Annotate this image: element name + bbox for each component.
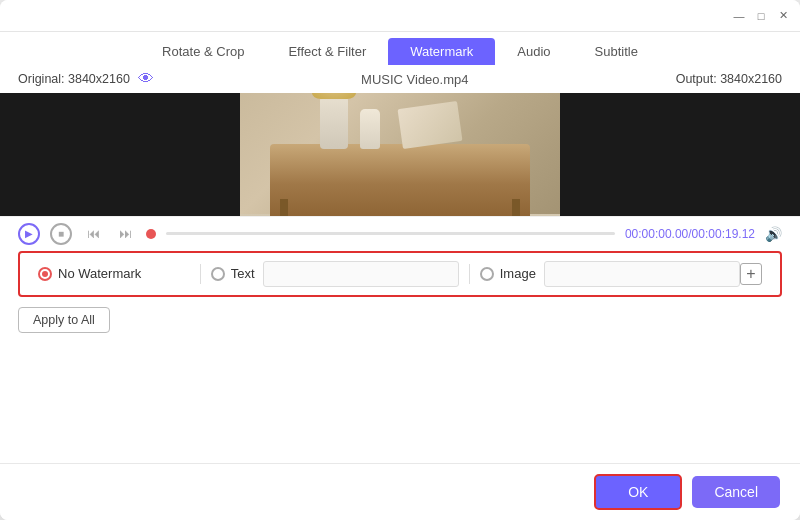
scene-vase-short bbox=[360, 109, 380, 149]
close-button[interactable]: ✕ bbox=[776, 9, 790, 23]
text-watermark-label: Text bbox=[231, 266, 255, 281]
image-watermark-option[interactable]: Image bbox=[480, 266, 536, 281]
text-watermark-option[interactable]: Text bbox=[211, 266, 255, 281]
tab-subtitle[interactable]: Subtitle bbox=[573, 38, 660, 65]
minimize-button[interactable]: — bbox=[732, 9, 746, 23]
preview-frame bbox=[240, 93, 560, 216]
maximize-button[interactable]: □ bbox=[754, 9, 768, 23]
divider-1 bbox=[200, 264, 201, 284]
apply-to-all-button[interactable]: Apply to All bbox=[18, 307, 110, 333]
bottom-bar: OK Cancel bbox=[0, 463, 800, 520]
image-watermark-label: Image bbox=[500, 266, 536, 281]
output-resolution: Output: 3840x2160 bbox=[676, 72, 782, 86]
main-window: — □ ✕ Rotate & Crop Effect & Filter Wate… bbox=[0, 0, 800, 520]
spacer bbox=[0, 341, 800, 464]
image-watermark-input[interactable] bbox=[544, 261, 740, 287]
tab-bar: Rotate & Crop Effect & Filter Watermark … bbox=[0, 32, 800, 65]
video-info-left: Original: 3840x2160 👁 bbox=[18, 70, 154, 88]
apply-row: Apply to All bbox=[0, 303, 800, 341]
watermark-options-bar: No Watermark Text Image + bbox=[18, 251, 782, 297]
playback-controls: ▶ ■ ⏮ ⏭ 00:00:00.00/00:00:19.12 🔊 bbox=[0, 216, 800, 251]
tab-audio[interactable]: Audio bbox=[495, 38, 572, 65]
no-watermark-radio[interactable] bbox=[38, 267, 52, 281]
cancel-button[interactable]: Cancel bbox=[692, 476, 780, 508]
video-filename: MUSIC Video.mp4 bbox=[361, 72, 468, 87]
image-watermark-radio[interactable] bbox=[480, 267, 494, 281]
progress-track[interactable] bbox=[166, 232, 615, 235]
add-watermark-button[interactable]: + bbox=[740, 263, 762, 285]
titlebar: — □ ✕ bbox=[0, 0, 800, 32]
text-watermark-radio[interactable] bbox=[211, 267, 225, 281]
next-button[interactable]: ⏭ bbox=[114, 223, 136, 245]
titlebar-controls: — □ ✕ bbox=[732, 9, 790, 23]
scene-plant bbox=[312, 93, 356, 99]
ok-button[interactable]: OK bbox=[594, 474, 682, 510]
prev-button[interactable]: ⏮ bbox=[82, 223, 104, 245]
no-watermark-label: No Watermark bbox=[58, 266, 141, 281]
time-display: 00:00:00.00/00:00:19.12 bbox=[625, 227, 755, 241]
scene-table-leg-left bbox=[280, 199, 288, 215]
play-button[interactable]: ▶ bbox=[18, 223, 40, 245]
divider-2 bbox=[469, 264, 470, 284]
video-preview bbox=[0, 93, 800, 216]
tab-rotate-crop[interactable]: Rotate & Crop bbox=[140, 38, 266, 65]
scene-vase-tall bbox=[320, 94, 348, 149]
tab-effect-filter[interactable]: Effect & Filter bbox=[266, 38, 388, 65]
no-watermark-option[interactable]: No Watermark bbox=[38, 266, 190, 281]
scene-table-leg-right bbox=[512, 199, 520, 215]
original-resolution: Original: 3840x2160 bbox=[18, 72, 130, 86]
volume-icon[interactable]: 🔊 bbox=[765, 226, 782, 242]
eye-icon[interactable]: 👁 bbox=[138, 70, 154, 88]
text-watermark-input[interactable] bbox=[263, 261, 459, 287]
video-info-bar: Original: 3840x2160 👁 MUSIC Video.mp4 Ou… bbox=[0, 65, 800, 93]
record-indicator bbox=[146, 229, 156, 239]
tab-watermark[interactable]: Watermark bbox=[388, 38, 495, 65]
scene-table bbox=[270, 144, 530, 215]
stop-button[interactable]: ■ bbox=[50, 223, 72, 245]
scene-book bbox=[398, 101, 463, 149]
